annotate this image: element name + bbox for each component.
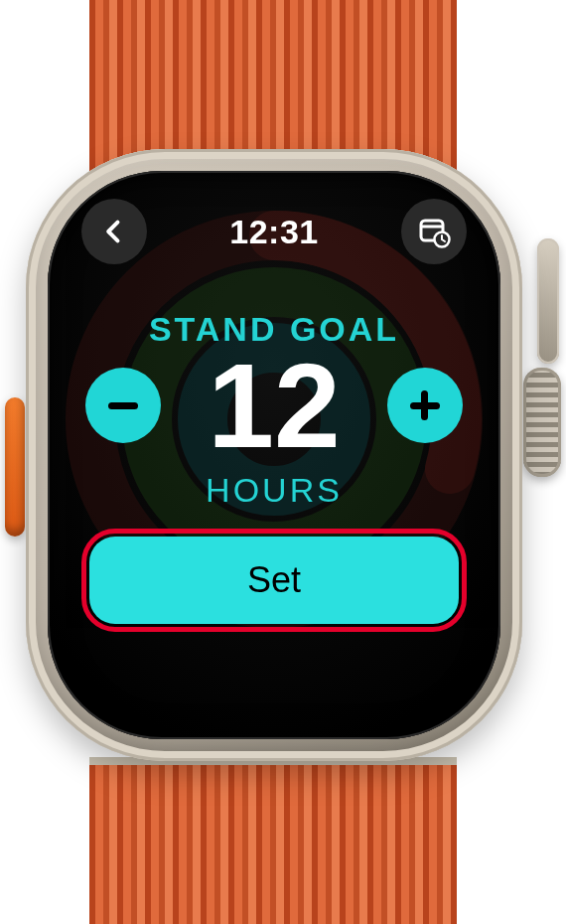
action-button[interactable] [5, 397, 25, 537]
chevron-left-icon [100, 218, 128, 245]
status-time: 12:31 [229, 213, 318, 251]
minus-icon [108, 402, 138, 409]
watch-band-bottom [89, 757, 457, 924]
goal-stepper: 12 [48, 346, 500, 465]
digital-crown[interactable] [523, 368, 561, 477]
side-button[interactable] [537, 238, 559, 364]
screen: 12:31 STAND GOAL 12 [48, 171, 500, 739]
watch-case: 12:31 STAND GOAL 12 [26, 149, 522, 761]
plus-icon [410, 390, 440, 420]
set-button-highlight: Set [81, 529, 467, 632]
decrement-button[interactable] [85, 368, 161, 443]
goal-unit: HOURS [48, 471, 500, 510]
goal-value: 12 [208, 346, 340, 465]
calendar-button[interactable] [401, 199, 467, 264]
set-button[interactable]: Set [89, 537, 459, 624]
status-bar: 12:31 [48, 197, 500, 266]
increment-button[interactable] [387, 368, 463, 443]
calendar-clock-icon [417, 215, 451, 248]
back-button[interactable] [81, 199, 147, 264]
